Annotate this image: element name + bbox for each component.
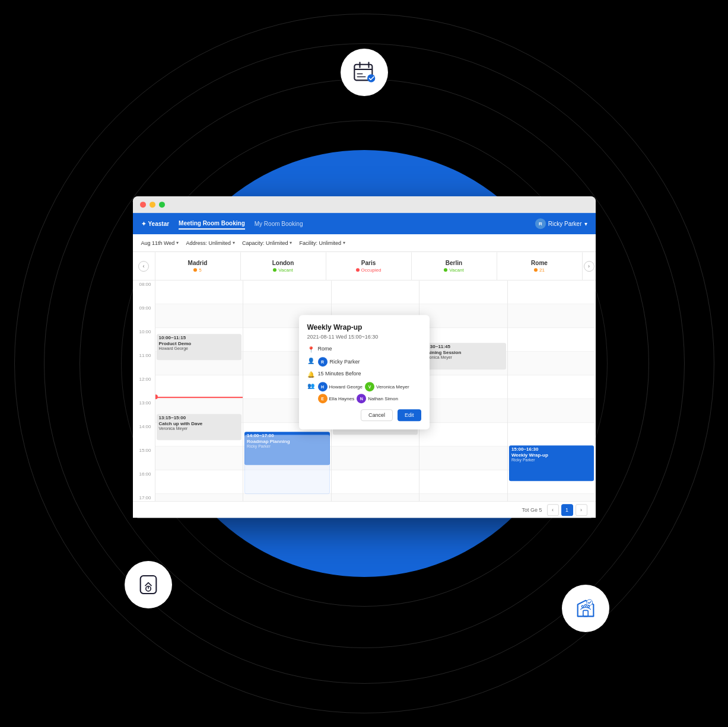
grid-slot — [419, 494, 507, 501]
nav-my-room[interactable]: My Room Booking — [255, 221, 303, 227]
grid-slot — [155, 280, 243, 304]
status-dot — [534, 268, 538, 272]
grid-slot — [419, 375, 507, 399]
time-1000: 10:00 — [133, 328, 155, 352]
popup-datetime: 2021-08-11 Wed 15:00~16:30 — [307, 334, 421, 340]
chevron-icon: ▾ — [233, 240, 235, 245]
grid-slot — [508, 375, 596, 399]
grid-slot — [508, 280, 596, 304]
room-column-berlin: 10:30~11:45 Training Session Veronica Me… — [419, 280, 508, 501]
next-page-btn[interactable]: › — [576, 504, 587, 516]
attendee-avatar: N — [357, 394, 366, 403]
attendee-howard: H Howard George — [318, 382, 363, 391]
room-header-berlin: Berlin Vacant — [412, 252, 497, 280]
attendee-ella: E Ella Haynes — [318, 394, 355, 403]
room-header-london: London Vacant — [241, 252, 326, 280]
popup-attendees-row: 👥 H Howard George V Veronica Meyer E Ell… — [307, 382, 421, 403]
popup-organizer: Ricky Parker — [330, 359, 360, 365]
prev-nav[interactable]: ‹ — [133, 252, 155, 280]
room-header-paris: Paris Occupied — [326, 252, 412, 280]
total-label: Tot Ge 5 — [522, 507, 542, 513]
time-0800: 08:00 — [133, 280, 155, 304]
page-nav: ‹ 1 › — [547, 504, 587, 516]
calendar-footer: Tot Ge 5 ‹ 1 › — [133, 501, 596, 518]
facility-filter[interactable]: Facility: Unlimited ▾ — [299, 240, 345, 246]
grid-slot — [508, 423, 596, 447]
bell-icon: 🔔 — [307, 371, 314, 378]
touch-icon-bubble — [125, 561, 172, 608]
user-menu[interactable]: R Ricky Parker ▾ — [535, 218, 587, 229]
svg-point-6 — [367, 74, 375, 82]
event-product-demo[interactable]: 10:00~11:15 Product Demo Howard George — [157, 334, 242, 360]
location-icon: 📍 — [307, 346, 314, 353]
room-header-madrid: Madrid 5 — [155, 252, 241, 280]
grid-slot — [155, 470, 243, 494]
grid-slot — [419, 304, 507, 328]
prev-page-btn[interactable]: ‹ — [547, 504, 559, 516]
attendee-nathan: N Nathan Simon — [357, 394, 398, 403]
time-column: ‹ 08:00 09:00 10:00 11:00 12:00 13:00 14… — [133, 252, 155, 501]
capacity-filter[interactable]: Capacity: Unlimited ▾ — [242, 240, 293, 246]
chevron-down-icon: ▾ — [584, 221, 587, 227]
grid-slot — [508, 304, 596, 328]
popup-room-row: 📍 Rome — [307, 346, 421, 353]
popup-reminder: 15 Minutes Before — [318, 371, 361, 377]
page-1-btn[interactable]: 1 — [561, 504, 573, 516]
event-training[interactable]: 10:30~11:45 Training Session Veronica Me… — [421, 343, 506, 369]
address-filter[interactable]: Address: Unlimited ▾ — [186, 240, 235, 246]
chevron-icon: ▾ — [343, 240, 345, 245]
grid-slot — [155, 494, 243, 501]
attendees-list: H Howard George V Veronica Meyer E Ella … — [318, 382, 421, 403]
time-1700: 17:00 — [133, 494, 155, 501]
person-icon: 👤 — [307, 357, 314, 364]
event-catch-up[interactable]: 13:15~15:00 Catch up with Dave Veronica … — [157, 414, 242, 440]
svg-point-14 — [584, 604, 586, 606]
time-0900: 09:00 — [133, 304, 155, 328]
status-dot — [273, 268, 276, 272]
grid-slot — [155, 375, 243, 399]
event-weekly-wrapup[interactable]: 15:00~16:30 Weekly Wrap-up Ricky Parker — [509, 445, 595, 481]
app-window: ✦ Yeastar Meeting Room Booking My Room B… — [133, 196, 596, 518]
grid-slot — [419, 470, 507, 494]
grid-slot — [508, 494, 596, 501]
grid-slot — [419, 280, 507, 304]
building-icon-bubble — [562, 585, 609, 632]
yeastar-logo: ✦ Yeastar — [141, 221, 170, 227]
time-1300: 13:00 — [133, 399, 155, 423]
grid-slot — [243, 280, 331, 304]
room-headers: Madrid 5 London Vacant Paris — [155, 252, 596, 280]
chevron-icon: ▾ — [290, 240, 292, 245]
grid-slot — [419, 447, 507, 470]
date-filter[interactable]: Aug 11th Wed ▾ — [141, 240, 179, 246]
prev-arrow[interactable]: ‹ — [138, 261, 149, 272]
logo-icon: ✦ — [141, 221, 146, 227]
grid-slot — [332, 494, 419, 501]
next-nav[interactable]: › — [583, 252, 596, 280]
attendee-avatar: H — [318, 382, 328, 391]
chevron-icon: ▾ — [176, 240, 179, 245]
cancel-button[interactable]: Cancel — [361, 409, 393, 421]
edit-button[interactable]: Edit — [398, 409, 421, 421]
status-dot — [356, 268, 360, 272]
organizer-avatar: R — [318, 357, 328, 366]
event-roadmap-ghost — [244, 435, 330, 494]
user-avatar: R — [535, 218, 546, 229]
event-popup: Weekly Wrap-up 2021-08-11 Wed 15:00~16:3… — [299, 315, 430, 429]
grid-slot — [155, 447, 243, 470]
nav-meeting-room[interactable]: Meeting Room Booking — [179, 218, 245, 229]
title-bar — [133, 196, 596, 213]
grid-slot — [419, 399, 507, 423]
next-arrow[interactable]: › — [584, 261, 595, 272]
svg-point-15 — [587, 605, 589, 607]
popup-room: Rome — [318, 346, 332, 352]
grid-slot — [243, 494, 331, 501]
popup-title: Weekly Wrap-up — [307, 323, 421, 331]
status-dot — [193, 268, 197, 272]
close-button[interactable] — [140, 202, 146, 208]
time-1500: 15:00 — [133, 447, 155, 470]
grid-slot — [508, 328, 596, 352]
grid-slot — [332, 280, 419, 304]
attendee-avatar: E — [318, 394, 328, 403]
minimize-button[interactable] — [150, 202, 155, 208]
maximize-button[interactable] — [159, 202, 165, 208]
